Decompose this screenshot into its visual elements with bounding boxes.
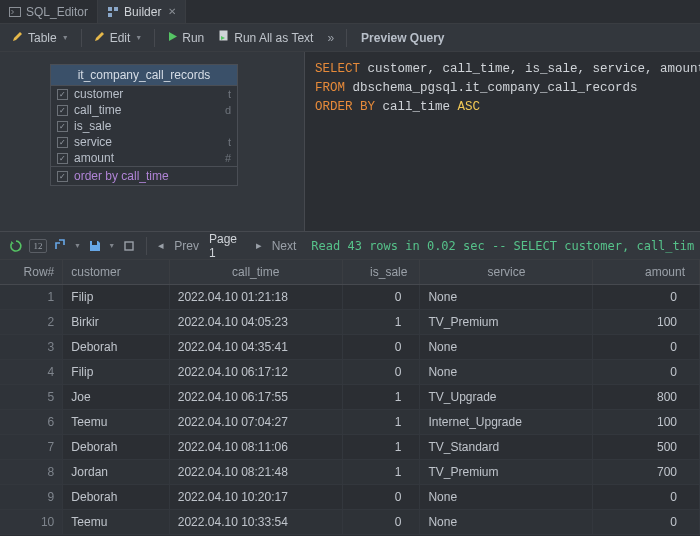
checkbox-icon[interactable]: ✓ — [57, 121, 68, 132]
table-row[interactable]: 3Deborah2022.04.10 04:35:410None0 — [0, 335, 700, 360]
table-column-row[interactable]: ✓customert — [51, 86, 237, 102]
cell-service[interactable]: TV_Standard — [420, 435, 593, 460]
cell-customer[interactable]: Jordan — [63, 460, 169, 485]
cell-calltime[interactable]: 2022.04.10 08:21:48 — [169, 460, 342, 485]
cell-issale[interactable]: 1 — [342, 410, 420, 435]
cell-issale[interactable]: 0 — [342, 360, 420, 385]
checkbox-icon[interactable]: ✓ — [57, 171, 68, 182]
export-icon[interactable] — [51, 236, 70, 256]
cell-amount[interactable]: 0 — [593, 285, 700, 310]
cell-issale[interactable]: 1 — [342, 385, 420, 410]
cell-amount[interactable]: 0 — [593, 335, 700, 360]
close-icon[interactable]: ✕ — [166, 6, 176, 17]
cell-calltime[interactable]: 2022.04.10 10:33:54 — [169, 510, 342, 535]
col-issale[interactable]: is_sale — [342, 260, 420, 285]
table-row[interactable]: 10Teemu2022.04.10 10:33:540None0 — [0, 510, 700, 535]
table-column-row[interactable]: ✓amount# — [51, 150, 237, 166]
cell-customer[interactable]: Teemu — [63, 510, 169, 535]
table-row[interactable]: 6Teemu2022.04.10 07:04:271Internet_Upgra… — [0, 410, 700, 435]
cell-issale[interactable]: 0 — [342, 285, 420, 310]
rows-icon[interactable]: 12 — [29, 239, 46, 253]
cell-customer[interactable]: Birkir — [63, 310, 169, 335]
cell-service[interactable]: TV_Upgrade — [420, 385, 593, 410]
builder-canvas[interactable]: it_company_call_records ✓customert✓call_… — [0, 52, 305, 231]
cell-customer[interactable]: Teemu — [63, 410, 169, 435]
cell-calltime[interactable]: 2022.04.10 07:04:27 — [169, 410, 342, 435]
save-icon[interactable] — [85, 236, 104, 256]
table-row[interactable]: 7Deborah2022.04.10 08:11:061TV_Standard5… — [0, 435, 700, 460]
cell-service[interactable]: None — [420, 510, 593, 535]
cell-customer[interactable]: Joe — [63, 385, 169, 410]
cell-amount[interactable]: 0 — [593, 360, 700, 385]
tab-builder[interactable]: Builder ✕ — [98, 0, 186, 23]
cell-amount[interactable]: 100 — [593, 410, 700, 435]
cell-service[interactable]: None — [420, 485, 593, 510]
col-rownum[interactable]: Row# — [0, 260, 63, 285]
next-arrow-icon[interactable]: ▸ — [253, 239, 265, 252]
col-service[interactable]: service — [420, 260, 593, 285]
cell-amount[interactable]: 700 — [593, 460, 700, 485]
table-row[interactable]: 8Jordan2022.04.10 08:21:481TV_Premium700 — [0, 460, 700, 485]
table-column-row[interactable]: ✓call_timed — [51, 102, 237, 118]
checkbox-icon[interactable]: ✓ — [57, 105, 68, 116]
checkbox-icon[interactable]: ✓ — [57, 137, 68, 148]
cell-calltime[interactable]: 2022.04.10 06:17:55 — [169, 385, 342, 410]
result-grid[interactable]: Row# customer call_time is_sale service … — [0, 260, 700, 536]
orderby-row[interactable]: ✓ order by call_time — [51, 166, 237, 185]
table-column-row[interactable]: ✓servicet — [51, 134, 237, 150]
cell-service[interactable]: None — [420, 335, 593, 360]
crop-icon[interactable] — [119, 236, 138, 256]
cell-service[interactable]: Internet_Upgrade — [420, 410, 593, 435]
table-row[interactable]: 5Joe2022.04.10 06:17:551TV_Upgrade800 — [0, 385, 700, 410]
cell-service[interactable]: TV_Premium — [420, 310, 593, 335]
cell-issale[interactable]: 0 — [342, 510, 420, 535]
cell-amount[interactable]: 0 — [593, 485, 700, 510]
cell-amount[interactable]: 500 — [593, 435, 700, 460]
table-button[interactable]: Table ▼ — [6, 28, 75, 47]
cell-service[interactable]: TV_Premium — [420, 460, 593, 485]
cell-customer[interactable]: Filip — [63, 360, 169, 385]
cell-calltime[interactable]: 2022.04.10 01:21:18 — [169, 285, 342, 310]
cell-service[interactable]: None — [420, 285, 593, 310]
checkbox-icon[interactable]: ✓ — [57, 89, 68, 100]
cell-customer[interactable]: Filip — [63, 285, 169, 310]
cell-calltime[interactable]: 2022.04.10 08:11:06 — [169, 435, 342, 460]
cell-issale[interactable]: 1 — [342, 435, 420, 460]
next-button[interactable]: Next — [269, 239, 300, 253]
col-amount[interactable]: amount — [593, 260, 700, 285]
cell-issale[interactable]: 0 — [342, 335, 420, 360]
cell-amount[interactable]: 800 — [593, 385, 700, 410]
table-row[interactable]: 9Deborah2022.04.10 10:20:170None0 — [0, 485, 700, 510]
more-button[interactable]: » — [321, 29, 340, 47]
cell-service[interactable]: None — [420, 360, 593, 385]
cell-customer[interactable]: Deborah — [63, 335, 169, 360]
sql-preview[interactable]: SELECT customer, call_time, is_sale, ser… — [305, 52, 700, 231]
cell-issale[interactable]: 0 — [342, 485, 420, 510]
table-row[interactable]: 1Filip2022.04.10 01:21:180None0 — [0, 285, 700, 310]
prev-arrow-icon[interactable]: ◂ — [155, 239, 167, 252]
chevron-down-icon[interactable]: ▼ — [74, 242, 81, 249]
col-customer[interactable]: customer — [63, 260, 169, 285]
chevron-down-icon[interactable]: ▼ — [108, 242, 115, 249]
cell-calltime[interactable]: 2022.04.10 10:20:17 — [169, 485, 342, 510]
table-card[interactable]: it_company_call_records ✓customert✓call_… — [50, 64, 238, 186]
refresh-icon[interactable] — [6, 236, 25, 256]
cell-customer[interactable]: Deborah — [63, 485, 169, 510]
cell-issale[interactable]: 1 — [342, 310, 420, 335]
prev-button[interactable]: Prev — [171, 239, 202, 253]
table-card-title[interactable]: it_company_call_records — [51, 65, 237, 86]
tab-sql-editor[interactable]: SQL_Editor — [0, 0, 98, 23]
cell-customer[interactable]: Deborah — [63, 435, 169, 460]
checkbox-icon[interactable]: ✓ — [57, 153, 68, 164]
cell-calltime[interactable]: 2022.04.10 04:05:23 — [169, 310, 342, 335]
run-button[interactable]: Run — [161, 29, 210, 47]
table-row[interactable]: 4Filip2022.04.10 06:17:120None0 — [0, 360, 700, 385]
col-calltime[interactable]: call_time — [169, 260, 342, 285]
run-all-button[interactable]: Run All as Text — [212, 28, 319, 47]
cell-calltime[interactable]: 2022.04.10 04:35:41 — [169, 335, 342, 360]
edit-button[interactable]: Edit ▼ — [88, 28, 149, 47]
cell-calltime[interactable]: 2022.04.10 06:17:12 — [169, 360, 342, 385]
cell-issale[interactable]: 1 — [342, 460, 420, 485]
table-column-row[interactable]: ✓is_sale — [51, 118, 237, 134]
cell-amount[interactable]: 0 — [593, 510, 700, 535]
